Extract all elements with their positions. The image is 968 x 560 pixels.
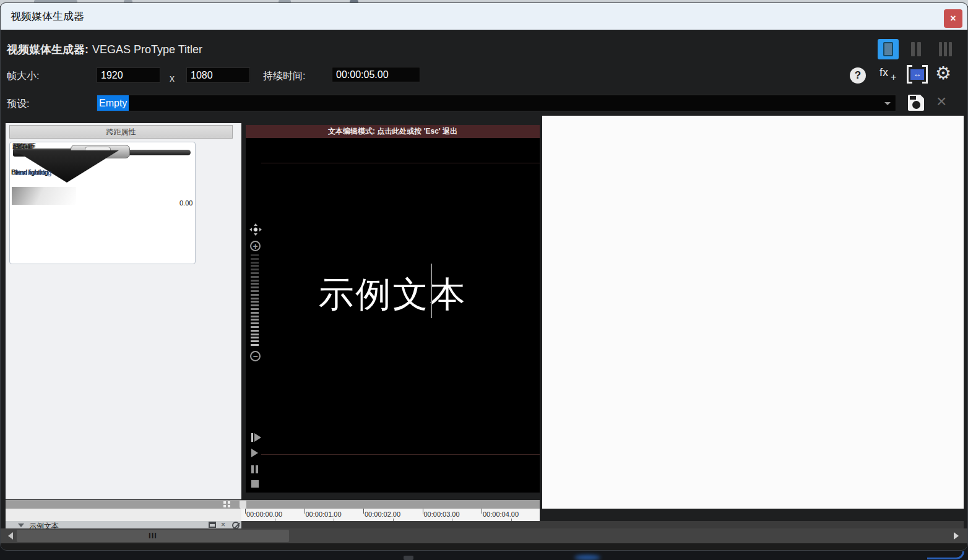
preview-panel: 文本编辑模式: 点击此处或按 'Esc' 退出 + − 示例文本 <box>246 125 540 493</box>
zoom-slider-dash <box>251 322 259 324</box>
timeline-header-bar[interactable] <box>6 500 540 509</box>
horizontal-scrollbar[interactable]: III <box>1 528 968 543</box>
ruler-tick-major <box>482 509 482 514</box>
grip-dots-icon[interactable] <box>223 501 231 507</box>
ruler-tick-major <box>245 509 246 514</box>
taskbar-remnant <box>404 556 413 560</box>
duration-label: 持续时间: <box>263 70 305 83</box>
ruler-tick-major <box>423 509 423 514</box>
two-pane-icon <box>906 39 927 56</box>
zoom-slider-dash <box>251 334 259 335</box>
delete-preset-icon[interactable]: × <box>936 91 946 112</box>
scroll-right-icon[interactable] <box>954 532 959 540</box>
zoom-in-icon[interactable]: + <box>250 241 261 251</box>
window-title: 视频媒体生成器 <box>11 3 84 30</box>
fx-plus: + <box>891 72 896 83</box>
ruler-tick-label: 00:00:00.00 <box>246 510 282 518</box>
layout-two-pane-button[interactable] <box>906 39 927 59</box>
timeline-left-spacer <box>6 509 241 521</box>
safe-area-line-bottom <box>261 454 540 455</box>
zoom-slider-dash <box>251 254 259 256</box>
ruler-tick-label: 00:00:01.00 <box>306 510 342 518</box>
ruler-tick-label: 00:00:04.00 <box>483 510 519 518</box>
restore-track-icon[interactable] <box>209 522 216 528</box>
fx-label: fx <box>879 66 888 79</box>
span-property-value: 0.00 <box>179 199 192 207</box>
scroll-left-icon[interactable] <box>8 532 13 540</box>
play-icon[interactable] <box>251 449 258 457</box>
chevron-down-icon[interactable] <box>884 102 891 105</box>
layout-single-pane-button[interactable] <box>878 39 899 59</box>
preset-selected-value: Empty <box>97 95 129 111</box>
ruler-tick-major <box>363 509 364 514</box>
stop-icon[interactable] <box>251 480 259 488</box>
sample-text[interactable]: 示例文本 <box>246 275 540 312</box>
dialog-bottom-edge <box>1 543 968 551</box>
zoom-slider-dash <box>251 265 259 267</box>
close-button[interactable]: × <box>944 9 962 28</box>
text-cursor-caret <box>431 264 432 318</box>
frame-height-input[interactable] <box>186 67 250 83</box>
preview-canvas[interactable]: + − 示例文本 <box>246 138 540 493</box>
play-from-start-icon[interactable] <box>251 433 261 442</box>
match-output-aspect-icon[interactable]: ↔ <box>907 65 928 84</box>
taskbar-glow <box>574 555 600 560</box>
three-pane-icon <box>934 39 955 56</box>
preset-label: 预设: <box>7 98 29 111</box>
span-properties-header: 跨距属性 <box>9 125 233 139</box>
ruler-tick-major <box>305 509 305 514</box>
zoom-slider-dash <box>251 326 259 328</box>
zoom-slider-dash <box>251 340 259 342</box>
zoom-slider-dash <box>251 319 259 321</box>
right-blank-panel <box>542 116 964 509</box>
frame-size-label: 帧大小: <box>7 70 39 83</box>
zoom-slider-dash <box>251 337 259 338</box>
frame-width-input[interactable] <box>97 67 160 83</box>
span-properties-panel: 跨距属性 跟踪间距 Blend lighting Start masking 0… <box>6 123 241 499</box>
scrollbar-thumb[interactable]: III <box>17 530 289 542</box>
app-header-product: VEGAS ProType Titler <box>92 43 202 56</box>
save-preset-icon[interactable] <box>908 95 924 111</box>
zoom-slider-dash <box>251 269 259 270</box>
settings-gear-icon[interactable]: ⚙ <box>935 62 951 84</box>
floppy-shutter <box>910 96 916 100</box>
title-bar[interactable]: 视频媒体生成器 × <box>1 3 967 30</box>
ruler-tick-label: 00:00:02.00 <box>365 510 400 518</box>
video-media-generator-dialog: 视频媒体生成器 × 视频媒体生成器:VEGAS ProType Titler 帧… <box>0 2 968 551</box>
taskbar-corner-glow <box>927 551 964 559</box>
help-icon[interactable]: ? <box>850 67 866 84</box>
zoom-out-icon[interactable]: − <box>250 351 261 361</box>
gradient-swatch <box>12 187 76 205</box>
zoom-slider-dash <box>251 272 259 274</box>
frame-size-separator: x <box>170 73 175 84</box>
span-properties-widget[interactable]: 跟踪间距 Blend lighting Start masking 0.00 <box>9 142 196 264</box>
single-pane-icon <box>883 42 893 56</box>
zoom-slider-dash <box>251 262 259 264</box>
add-effect-icon[interactable]: fx+ <box>879 66 888 79</box>
duration-input[interactable] <box>332 67 420 82</box>
zoom-slider-dash <box>251 330 259 332</box>
zoom-slider-dash <box>251 344 259 346</box>
dropdown-triangle-icon <box>15 150 119 183</box>
pan-icon[interactable] <box>249 223 262 236</box>
pause-icon[interactable] <box>251 465 260 476</box>
app-header-title: 视频媒体生成器:VEGAS ProType Titler <box>7 42 202 57</box>
slider-rod <box>121 150 191 155</box>
collapse-triangle-icon[interactable] <box>18 523 24 527</box>
layout-three-pane-button[interactable] <box>934 39 955 59</box>
safe-area-line-top <box>261 163 540 163</box>
zoom-slider-dash <box>251 258 259 260</box>
text-edit-mode-banner[interactable]: 文本编辑模式: 点击此处或按 'Esc' 退出 <box>246 125 540 138</box>
preset-combobox[interactable]: Empty <box>97 95 896 111</box>
zoom-slider-dash <box>251 316 259 317</box>
timeline-ruler[interactable]: 00:00:00.0000:00:01.0000:00:02.0000:00:0… <box>241 509 540 521</box>
close-track-icon[interactable]: × <box>221 522 229 528</box>
floppy-disc <box>912 101 920 109</box>
ruler-tick-label: 00:00:03.00 <box>424 510 460 518</box>
horizontal-arrow-icon: ↔ <box>910 69 924 80</box>
app-header-prefix: 视频媒体生成器: <box>7 43 89 56</box>
glitched-label-layer2: Start masking <box>14 169 51 176</box>
